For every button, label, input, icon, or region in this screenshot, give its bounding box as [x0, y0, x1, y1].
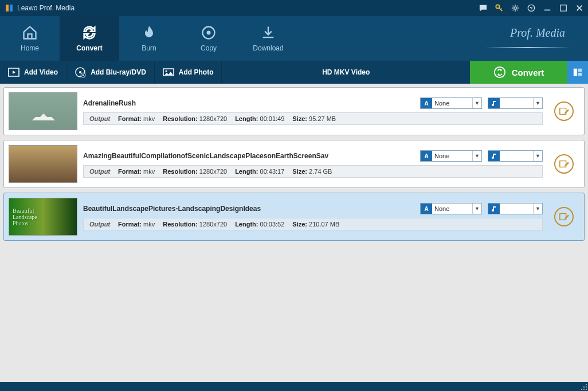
svg-rect-19 — [578, 73, 582, 76]
output-info-bar: OutputFormat: mkvResolution: 1280x720Len… — [83, 112, 543, 125]
output-label: Output — [89, 168, 110, 175]
add-bluray-icon — [75, 67, 86, 78]
layout-toggle-icon — [573, 67, 583, 77]
svg-point-9 — [207, 31, 211, 35]
add-video-icon — [8, 67, 19, 78]
file-card-body: AmazingBeautifulCompilationofScenicLands… — [83, 150, 543, 178]
svg-rect-6 — [544, 10, 551, 11]
svg-point-12 — [79, 71, 81, 73]
file-thumbnail[interactable] — [9, 92, 77, 130]
audio-select[interactable]: ▼ — [488, 203, 543, 214]
minimize-icon[interactable] — [543, 4, 551, 12]
register-key-icon[interactable] — [495, 4, 503, 12]
file-title[interactable]: AmazingBeautifulCompilationofScenicLands… — [83, 152, 328, 160]
subtitle-value: None — [432, 151, 472, 161]
track-selectors: ANone▼▼ — [420, 203, 543, 214]
download-icon — [260, 25, 276, 41]
file-card[interactable]: BeautifulLandscapePictures-LandscapingDe… — [3, 193, 585, 241]
add-video-button[interactable]: Add Video — [0, 61, 66, 84]
close-icon[interactable] — [575, 4, 583, 12]
edit-video-button[interactable] — [554, 101, 574, 121]
file-thumbnail[interactable] — [9, 198, 77, 236]
output-profile-selector[interactable]: HD MKV Video — [222, 61, 470, 84]
help-icon[interactable]: ? — [527, 4, 535, 12]
length-value: 00:03:52 — [260, 221, 285, 228]
brand-underline — [485, 47, 571, 48]
format-label: Format: — [118, 115, 142, 122]
resolution-value: 1280x720 — [199, 168, 227, 175]
subtitle-icon: A — [421, 204, 432, 214]
file-title-row: AdrenalineRushANone▼▼ — [83, 97, 543, 109]
svg-rect-17 — [574, 69, 577, 76]
resolution-label: Resolution: — [163, 168, 198, 175]
copy-disc-icon — [201, 25, 217, 41]
audio-select[interactable]: ▼ — [488, 97, 543, 109]
subtitle-select[interactable]: ANone▼ — [420, 150, 482, 162]
svg-text:A: A — [424, 100, 428, 107]
feedback-icon[interactable] — [479, 4, 487, 12]
file-title-row: BeautifulLandscapePictures-LandscapingDe… — [83, 203, 543, 214]
add-bluray-button[interactable]: Add Blu-ray/DVD — [66, 61, 155, 84]
burn-icon — [141, 25, 157, 41]
nav-download-label: Download — [253, 44, 283, 52]
svg-rect-7 — [560, 5, 567, 11]
resolution-value: 1280x720 — [199, 115, 227, 122]
svg-rect-18 — [578, 69, 582, 72]
file-card[interactable]: AdrenalineRushANone▼▼OutputFormat: mkvRe… — [3, 87, 585, 135]
svg-rect-1 — [10, 5, 13, 11]
length-label: Length: — [235, 168, 258, 175]
file-card-body: BeautifulLandscapePictures-LandscapingDe… — [83, 203, 543, 230]
subtitle-icon: A — [421, 151, 432, 161]
add-photo-button[interactable]: Add Photo — [155, 61, 222, 84]
nav-convert[interactable]: Convert — [60, 16, 119, 61]
svg-text:A: A — [424, 206, 428, 212]
nav-burn[interactable]: Burn — [119, 16, 179, 61]
format-value: mkv — [143, 221, 155, 228]
file-thumbnail[interactable] — [9, 145, 77, 183]
file-title-row: AmazingBeautifulCompilationofScenicLands… — [83, 150, 543, 162]
edit-video-button[interactable] — [554, 207, 574, 226]
titlebar: Leawo Prof. Media ? — [0, 0, 588, 16]
size-label: Size: — [292, 221, 307, 228]
edit-film-icon — [559, 106, 569, 116]
home-icon — [22, 25, 38, 41]
main-navbar: Home Convert Burn Copy Download Prof. Me… — [0, 16, 588, 61]
file-list: AdrenalineRushANone▼▼OutputFormat: mkvRe… — [0, 84, 588, 382]
edit-film-icon — [559, 159, 569, 169]
subtitle-select[interactable]: ANone▼ — [420, 97, 482, 109]
subtitle-value: None — [432, 98, 472, 108]
svg-rect-0 — [6, 5, 9, 11]
svg-point-3 — [514, 7, 516, 9]
format-value: mkv — [143, 115, 155, 122]
subtitle-select[interactable]: ANone▼ — [420, 203, 482, 214]
convert-icon — [81, 25, 97, 41]
resolution-value: 1280x720 — [199, 221, 227, 228]
file-card[interactable]: AmazingBeautifulCompilationofScenicLands… — [3, 140, 585, 188]
size-value: 210.07 MB — [309, 221, 339, 228]
add-bluray-label: Add Blu-ray/DVD — [91, 68, 146, 76]
file-title[interactable]: AdrenalineRush — [83, 99, 136, 107]
convert-button-label: Convert — [512, 68, 544, 77]
resolution-label: Resolution: — [163, 115, 198, 122]
output-label: Output — [89, 115, 110, 122]
status-bar — [0, 382, 588, 391]
nav-copy[interactable]: Copy — [179, 16, 238, 61]
resize-grip[interactable] — [581, 384, 587, 390]
audio-note-icon — [488, 151, 500, 161]
nav-home[interactable]: Home — [0, 16, 60, 61]
output-label: Output — [89, 221, 110, 228]
convert-button[interactable]: Convert — [470, 61, 567, 84]
output-info-bar: OutputFormat: mkvResolution: 1280x720Len… — [83, 165, 543, 178]
nav-download[interactable]: Download — [238, 16, 298, 61]
layout-toggle-button[interactable] — [567, 61, 588, 84]
svg-point-16 — [494, 67, 504, 77]
length-label: Length: — [235, 221, 258, 228]
maximize-icon[interactable] — [559, 4, 567, 12]
settings-gear-icon[interactable] — [511, 4, 519, 12]
app-logo-icon — [5, 3, 14, 13]
audio-select[interactable]: ▼ — [488, 150, 543, 162]
file-title[interactable]: BeautifulLandscapePictures-LandscapingDe… — [83, 205, 261, 213]
edit-video-button[interactable] — [554, 154, 574, 174]
svg-point-2 — [496, 5, 499, 8]
subtitle-value: None — [432, 204, 472, 214]
